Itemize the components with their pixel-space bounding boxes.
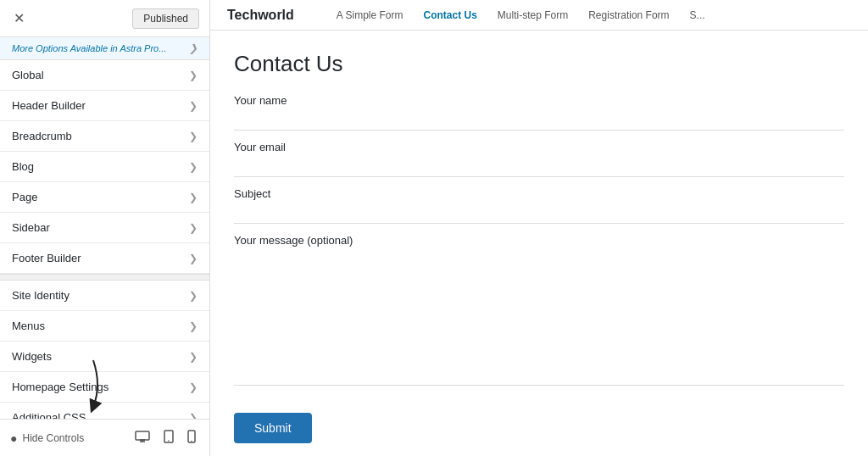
hide-controls-button[interactable]: ● Hide Controls bbox=[10, 431, 84, 445]
sidebar-item-header-builder[interactable]: Header Builder ❯ bbox=[0, 91, 209, 121]
nav-more[interactable]: S... bbox=[690, 9, 705, 21]
form-group-name: Your name bbox=[234, 94, 844, 131]
hide-controls-label: Hide Controls bbox=[22, 432, 84, 444]
sidebar-bottom: ● Hide Controls bbox=[0, 419, 209, 456]
sidebar-item-homepage-settings-label: Homepage Settings bbox=[12, 381, 108, 393]
sidebar-item-footer-builder-label: Footer Builder bbox=[12, 252, 81, 264]
chevron-right-icon: ❯ bbox=[189, 192, 198, 203]
sidebar-item-widgets-label: Widgets bbox=[12, 350, 52, 363]
chevron-right-icon: ❯ bbox=[189, 351, 198, 363]
sidebar-item-menus-label: Menus bbox=[12, 320, 45, 332]
pro-banner-chevron: ❯ bbox=[189, 42, 198, 54]
form-label-name: Your name bbox=[234, 94, 844, 107]
form-textarea-message[interactable] bbox=[234, 250, 844, 386]
chevron-right-icon: ❯ bbox=[189, 381, 198, 393]
sidebar-item-additional-css[interactable]: Additional CSS ❯ bbox=[0, 403, 209, 419]
sidebar-group2: Site Identity ❯ Menus ❯ Widgets ❯ Homepa… bbox=[0, 281, 209, 419]
form-group-email: Your email bbox=[234, 141, 844, 177]
chevron-right-icon: ❯ bbox=[189, 290, 198, 302]
chevron-right-icon: ❯ bbox=[189, 161, 198, 173]
form-label-message: Your message (optional) bbox=[234, 234, 844, 247]
form-label-email: Your email bbox=[234, 141, 844, 153]
chevron-right-icon: ❯ bbox=[189, 222, 198, 234]
site-header: Techworld A Simple Form Contact Us Multi… bbox=[210, 0, 868, 31]
nav-simple-form[interactable]: A Simple Form bbox=[337, 9, 403, 21]
sidebar-item-site-identity-label: Site Identity bbox=[12, 289, 70, 302]
desktop-icon bbox=[135, 431, 150, 442]
chevron-right-icon: ❯ bbox=[189, 253, 198, 264]
sidebar-item-header-builder-label: Header Builder bbox=[12, 99, 86, 112]
form-input-name[interactable] bbox=[234, 110, 844, 131]
close-button[interactable]: ✕ bbox=[10, 7, 28, 30]
mobile-device-button[interactable] bbox=[184, 428, 199, 448]
sidebar-item-page[interactable]: Page ❯ bbox=[0, 182, 209, 213]
sidebar-item-blog-label: Blog bbox=[12, 160, 34, 173]
chevron-right-icon: ❯ bbox=[189, 70, 198, 81]
form-label-subject: Subject bbox=[234, 187, 844, 200]
nav-registration-form[interactable]: Registration Form bbox=[588, 9, 669, 21]
sidebar-item-homepage-settings[interactable]: Homepage Settings ❯ bbox=[0, 372, 209, 403]
page-title: Contact Us bbox=[234, 51, 844, 77]
pro-banner[interactable]: More Options Available in Astra Pro... ❯ bbox=[0, 37, 209, 60]
sidebar-item-menus[interactable]: Menus ❯ bbox=[0, 311, 209, 342]
form-group-message: Your message (optional) bbox=[234, 234, 844, 389]
site-logo: Techworld bbox=[227, 8, 294, 23]
sidebar-item-sidebar[interactable]: Sidebar ❯ bbox=[0, 213, 209, 243]
sidebar-item-breadcrumb-label: Breadcrumb bbox=[12, 130, 72, 142]
tablet-icon bbox=[164, 430, 174, 443]
submit-button[interactable]: Submit bbox=[234, 413, 312, 443]
form-group-subject: Subject bbox=[234, 187, 844, 224]
sidebar: ✕ Published More Options Available in As… bbox=[0, 0, 210, 456]
sidebar-item-footer-builder[interactable]: Footer Builder ❯ bbox=[0, 243, 209, 274]
sidebar-item-breadcrumb[interactable]: Breadcrumb ❯ bbox=[0, 121, 209, 152]
svg-point-5 bbox=[168, 440, 170, 442]
svg-rect-0 bbox=[136, 431, 149, 440]
desktop-device-button[interactable] bbox=[131, 428, 153, 448]
device-icons-group bbox=[131, 428, 199, 448]
sidebar-group1: Global ❯ Header Builder ❯ Breadcrumb ❯ B… bbox=[0, 60, 209, 274]
sidebar-top-bar: ✕ Published bbox=[0, 0, 209, 37]
sidebar-item-widgets[interactable]: Widgets ❯ bbox=[0, 342, 209, 372]
sidebar-item-global[interactable]: Global ❯ bbox=[0, 60, 209, 91]
content-area: Contact Us Your name Your email Subject … bbox=[210, 31, 868, 456]
main-content: Techworld A Simple Form Contact Us Multi… bbox=[210, 0, 868, 456]
nav-contact-us[interactable]: Contact Us bbox=[424, 9, 477, 21]
nav-links: A Simple Form Contact Us Multi-step Form… bbox=[337, 9, 705, 21]
form-input-email[interactable] bbox=[234, 157, 844, 177]
sidebar-menu: More Options Available in Astra Pro... ❯… bbox=[0, 37, 209, 419]
sidebar-item-sidebar-label: Sidebar bbox=[12, 221, 50, 234]
mobile-icon bbox=[187, 430, 196, 443]
chevron-right-icon: ❯ bbox=[189, 412, 198, 420]
sidebar-item-additional-css-label: Additional CSS bbox=[12, 411, 86, 419]
tablet-device-button[interactable] bbox=[160, 428, 177, 448]
chevron-right-icon: ❯ bbox=[189, 131, 198, 142]
eye-icon: ● bbox=[10, 431, 17, 445]
pro-banner-text: More Options Available in Astra Pro... bbox=[12, 43, 166, 53]
sidebar-item-global-label: Global bbox=[12, 69, 44, 81]
sidebar-item-blog[interactable]: Blog ❯ bbox=[0, 152, 209, 182]
sidebar-divider bbox=[0, 274, 209, 281]
chevron-right-icon: ❯ bbox=[189, 320, 198, 332]
chevron-right-icon: ❯ bbox=[189, 100, 198, 112]
sidebar-item-site-identity[interactable]: Site Identity ❯ bbox=[0, 281, 209, 311]
published-button[interactable]: Published bbox=[132, 8, 199, 29]
svg-point-7 bbox=[191, 441, 192, 442]
form-input-subject[interactable] bbox=[234, 203, 844, 224]
nav-multi-step-form[interactable]: Multi-step Form bbox=[498, 9, 568, 21]
sidebar-item-page-label: Page bbox=[12, 191, 37, 203]
